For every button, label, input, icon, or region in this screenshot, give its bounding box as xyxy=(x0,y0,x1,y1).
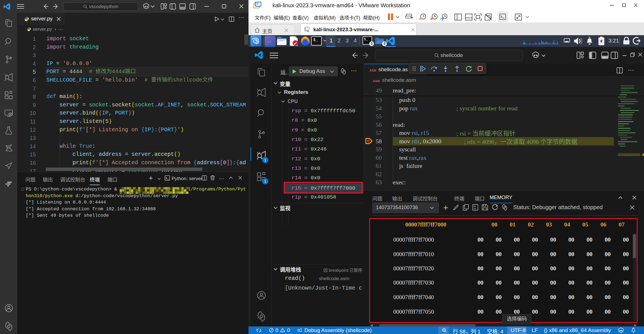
svg-text:10: 10 xyxy=(473,207,476,210)
svg-text:01: 01 xyxy=(473,205,476,207)
